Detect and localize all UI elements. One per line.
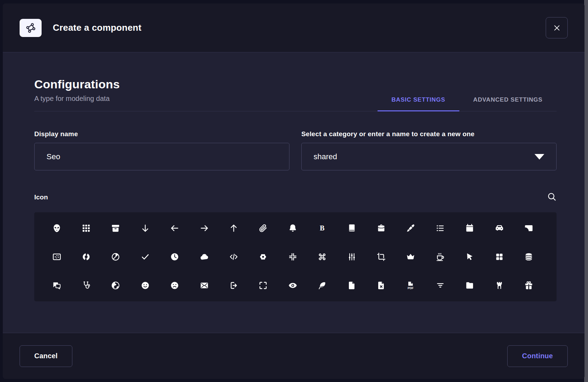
close-button[interactable] (546, 17, 568, 38)
icon-search-button[interactable] (547, 192, 557, 203)
cursor-icon[interactable] (455, 242, 484, 271)
briefcase-icon[interactable] (366, 214, 396, 242)
calendar-icon[interactable] (455, 214, 484, 242)
gift-icon[interactable] (514, 271, 543, 300)
envelope-icon[interactable] (189, 271, 219, 300)
bell-icon[interactable] (278, 214, 307, 242)
alien-icon[interactable] (42, 214, 71, 242)
arrow-right-icon[interactable] (189, 214, 219, 242)
display-name-input[interactable] (34, 143, 289, 170)
command-icon[interactable] (308, 242, 337, 271)
sliders-icon[interactable] (337, 242, 366, 271)
icon-grid: BPDF (34, 212, 557, 301)
earth-icon[interactable] (101, 271, 130, 300)
icon-section-header: Icon (34, 192, 557, 203)
archive-icon[interactable] (101, 214, 130, 242)
icon-picker-label: Icon (34, 193, 48, 201)
arrow-left-icon[interactable] (160, 214, 189, 242)
collapse-icon[interactable] (278, 242, 307, 271)
display-name-label: Display name (34, 130, 289, 138)
cancel-button[interactable]: Cancel (20, 345, 72, 367)
file-error-icon[interactable] (366, 271, 396, 300)
svg-text:PDF: PDF (408, 286, 414, 289)
page-title: Configurations (34, 78, 120, 91)
feather-icon[interactable] (308, 271, 337, 300)
book-icon[interactable] (337, 214, 366, 242)
attachment-icon[interactable] (249, 214, 278, 242)
emotion-happy-icon[interactable] (130, 271, 160, 300)
background-page-scrollbar[interactable] (584, 0, 588, 382)
clock-icon[interactable] (160, 242, 189, 271)
arrow-down-icon[interactable] (130, 214, 160, 242)
search-icon (547, 192, 557, 201)
expand-icon[interactable] (249, 271, 278, 300)
tab-advanced-settings[interactable]: ADVANCED SETTINGS (459, 91, 557, 111)
continue-button[interactable]: Continue (507, 345, 568, 367)
cup-icon[interactable] (425, 242, 455, 271)
check-icon[interactable] (130, 242, 160, 271)
dashboard-icon[interactable] (485, 242, 514, 271)
folder-icon[interactable] (455, 271, 484, 300)
chart-bubble-icon[interactable] (42, 242, 71, 271)
cast-icon[interactable] (514, 214, 543, 242)
svg-text:B: B (320, 224, 325, 232)
cog-icon[interactable] (249, 242, 278, 271)
eye-icon[interactable] (278, 271, 307, 300)
database-icon[interactable] (514, 242, 543, 271)
modal-header: Create a component (3, 3, 585, 52)
crown-icon[interactable] (396, 242, 425, 271)
arrow-up-icon[interactable] (219, 214, 248, 242)
category-selected-value: shared (314, 152, 337, 161)
chart-circle-icon[interactable] (71, 242, 101, 271)
settings-tabs: BASIC SETTINGS ADVANCED SETTINGS (378, 91, 557, 111)
bold-icon[interactable]: B (308, 214, 337, 242)
chart-pie-icon[interactable] (101, 242, 130, 271)
crop-icon[interactable] (366, 242, 396, 271)
exit-icon[interactable] (219, 271, 248, 300)
modal-footer: Cancel Continue (3, 333, 585, 379)
close-icon (553, 24, 561, 32)
apps-icon[interactable] (71, 214, 101, 242)
car-icon[interactable] (485, 214, 514, 242)
code-icon[interactable] (219, 242, 248, 271)
modal-body: Configurations A type for modeling data … (3, 52, 585, 333)
filter-icon[interactable] (425, 271, 455, 300)
bullet-list-icon[interactable] (425, 214, 455, 242)
form-row: Display name Select a category or enter … (34, 130, 557, 170)
emotion-unhappy-icon[interactable] (160, 271, 189, 300)
component-icon (20, 19, 42, 37)
tab-basic-settings[interactable]: BASIC SETTINGS (378, 91, 459, 111)
chevron-down-icon (535, 154, 544, 160)
doctor-icon[interactable] (71, 271, 101, 300)
gate-icon[interactable] (485, 271, 514, 300)
file-icon[interactable] (337, 271, 366, 300)
brush-icon[interactable] (396, 214, 425, 242)
cloud-icon[interactable] (189, 242, 219, 271)
page-subtitle: A type for modeling data (34, 95, 120, 103)
category-label: Select a category or enter a name to cre… (301, 130, 557, 138)
discuss-icon[interactable] (42, 271, 71, 300)
modal-title: Create a component (53, 22, 142, 33)
file-pdf-icon[interactable]: PDF (396, 271, 425, 300)
category-select[interactable]: shared (301, 143, 557, 170)
intro-row: Configurations A type for modeling data … (34, 78, 557, 111)
create-component-modal: Create a component Configurations A type… (3, 3, 585, 379)
